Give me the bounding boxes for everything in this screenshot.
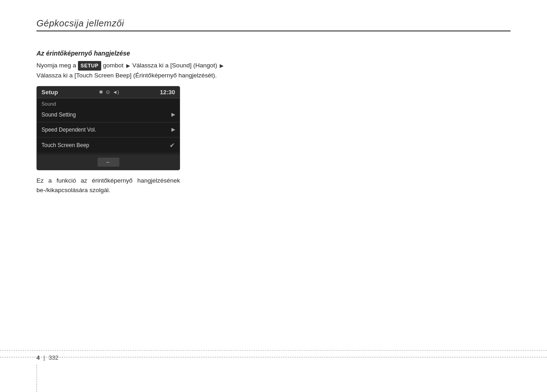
bluetooth-icon: ✱: [99, 89, 103, 95]
menu-item-label-touch-screen-beep: Touch Screen Beep: [41, 142, 89, 148]
header-divider: [36, 31, 511, 31]
menu-item-check-touch-screen-beep: ✔: [170, 142, 175, 149]
screen-header: Setup ✱ ⊙ ◄) 12:30: [37, 87, 180, 98]
page-header: Gépkocsija jellemzői: [36, 18, 511, 31]
page-footer: 4 | 332: [0, 350, 547, 365]
sound-icon: ◄): [113, 89, 119, 95]
setup-badge: SETUP: [78, 61, 101, 71]
page-number: 332: [49, 354, 59, 361]
screen-header-icons: ✱ ⊙ ◄): [99, 89, 119, 95]
page-container: Gépkocsija jellemzői Az érintőképernyő h…: [0, 0, 547, 195]
screen-back-bar: ←: [37, 154, 180, 170]
menu-item-touch-screen-beep[interactable]: Touch Screen Beep ✔: [37, 137, 180, 153]
instruction-text-1: Nyomja meg a: [36, 62, 76, 69]
page-chapter-number: 4: [36, 354, 40, 361]
menu-item-speed-dependent[interactable]: Speed Dependent Vol. ▶: [37, 122, 180, 137]
menu-item-label-speed-dependent: Speed Dependent Vol.: [41, 127, 96, 133]
footer-description: Ez a funkció az érintőképernyő hangjelzé…: [36, 176, 180, 195]
menu-item-sound-setting[interactable]: Sound Setting ▶: [37, 107, 180, 122]
instruction-text-3: Válassza ki a [Sound] (Hangot): [132, 62, 217, 69]
back-button[interactable]: ←: [98, 158, 119, 167]
device-screen: Setup ✱ ⊙ ◄) 12:30 Sound Sound Setting ▶…: [36, 86, 180, 170]
instruction-text-4: Válassza ki a [Touch Screen Beep] (Érint…: [36, 72, 217, 79]
screen-time: 12:30: [160, 89, 175, 96]
page-title: Gépkocsija jellemzői: [36, 18, 511, 29]
instruction-text-2: gombot: [103, 62, 124, 69]
content-section: Az érintőképernyő hangjelzése Nyomja meg…: [36, 50, 228, 195]
arrow-icon-1: ▶: [126, 62, 130, 70]
screen-header-title: Setup: [41, 89, 58, 96]
disc-icon: ⊙: [106, 89, 110, 95]
screen-section-label: Sound: [37, 98, 180, 107]
page-divider: |: [43, 354, 45, 361]
section-title: Az érintőképernyő hangjelzése: [36, 50, 228, 57]
footer-vertical-line: [36, 365, 37, 392]
menu-item-label-sound-setting: Sound Setting: [41, 112, 76, 118]
arrow-icon-2: ▶: [220, 62, 223, 70]
instruction-paragraph: Nyomja meg a SETUP gombot ▶ Válassza ki …: [36, 61, 228, 81]
menu-item-arrow-speed-dependent: ▶: [171, 127, 175, 132]
menu-item-arrow-sound-setting: ▶: [171, 112, 175, 117]
